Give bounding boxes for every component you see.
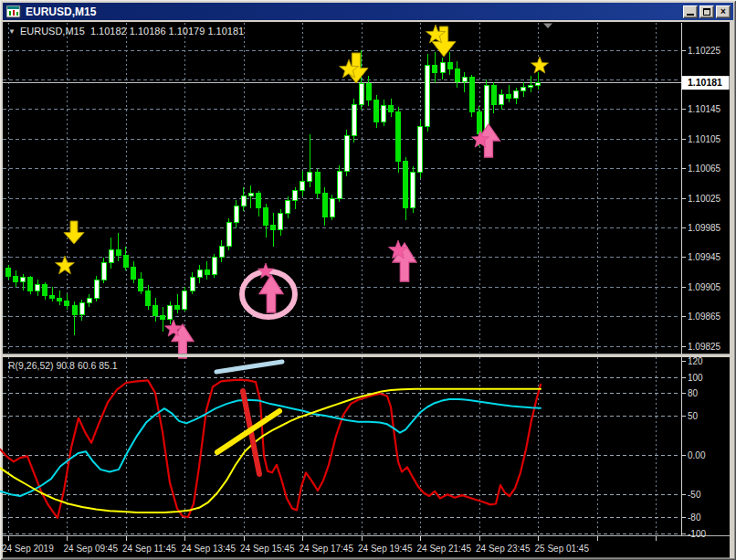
minimize-icon: [687, 14, 694, 16]
svg-text:24 Sep 11:45: 24 Sep 11:45: [122, 544, 176, 554]
svg-text:1.10065: 1.10065: [688, 164, 721, 174]
app-icon[interactable]: [6, 5, 21, 18]
svg-text:-100: -100: [688, 529, 706, 539]
svg-text:24 Sep 15:45: 24 Sep 15:45: [240, 544, 295, 554]
svg-text:1.09945: 1.09945: [688, 252, 721, 262]
svg-text:24 Sep 13:45: 24 Sep 13:45: [182, 544, 237, 554]
svg-text:1.09905: 1.09905: [688, 282, 721, 292]
svg-text:120: 120: [688, 356, 703, 366]
svg-text:24 Sep 2019: 24 Sep 2019: [2, 544, 54, 554]
minimize-button[interactable]: [683, 5, 698, 18]
maximize-button[interactable]: [699, 5, 714, 18]
svg-text:-80: -80: [688, 512, 701, 523]
svg-text:100: 100: [688, 373, 703, 383]
svg-text:1.09825: 1.09825: [688, 342, 721, 352]
svg-text:24 Sep 09:45: 24 Sep 09:45: [64, 544, 119, 554]
svg-text:1.10145: 1.10145: [688, 104, 721, 114]
svg-text:1.10105: 1.10105: [688, 134, 721, 144]
indicator-label: R(9,26,52) 90.8 60.6 85.1: [8, 360, 118, 371]
close-icon: ×: [720, 6, 726, 16]
chart-window: 1.102251.101851.101451.101051.100651.100…: [0, 0, 736, 560]
chart-background: [3, 22, 730, 558]
window-title: EURUSD,M15: [26, 5, 96, 18]
svg-text:24 Sep 19:45: 24 Sep 19:45: [358, 544, 413, 554]
chart-canvas[interactable]: 1.102251.101851.101451.101051.100651.100…: [0, 0, 736, 560]
svg-text:24 Sep 17:45: 24 Sep 17:45: [300, 544, 354, 554]
svg-text:1.10225: 1.10225: [688, 46, 721, 56]
close-button[interactable]: ×: [716, 5, 731, 18]
symbol-dropdown-icon[interactable]: ▼: [8, 27, 16, 36]
svg-text:80: 80: [688, 388, 699, 398]
chart-ohlc-text: EURUSD,M15 1.10182 1.10186 1.10179 1.101…: [20, 26, 244, 37]
svg-text:1.09865: 1.09865: [688, 312, 721, 322]
svg-text:1.09985: 1.09985: [688, 223, 721, 233]
svg-text:25 Sep 01:45: 25 Sep 01:45: [535, 544, 590, 554]
svg-text:50: 50: [688, 411, 699, 421]
chart-header[interactable]: ▼ EURUSD,M15 1.10182 1.10186 1.10179 1.1…: [8, 26, 244, 37]
svg-text:-50: -50: [688, 490, 701, 500]
window-controls: ×: [683, 5, 731, 18]
panel-splitter[interactable]: [3, 354, 730, 357]
svg-text:0.00: 0.00: [688, 450, 706, 460]
title-bar[interactable]: EURUSD,M15 ×: [3, 3, 733, 20]
svg-text:1.10025: 1.10025: [688, 194, 721, 204]
svg-text:24 Sep 21:45: 24 Sep 21:45: [417, 544, 472, 554]
svg-text:24 Sep 23:45: 24 Sep 23:45: [476, 544, 531, 554]
maximize-icon: [703, 8, 710, 16]
current-price-value: 1.10181: [688, 77, 722, 88]
